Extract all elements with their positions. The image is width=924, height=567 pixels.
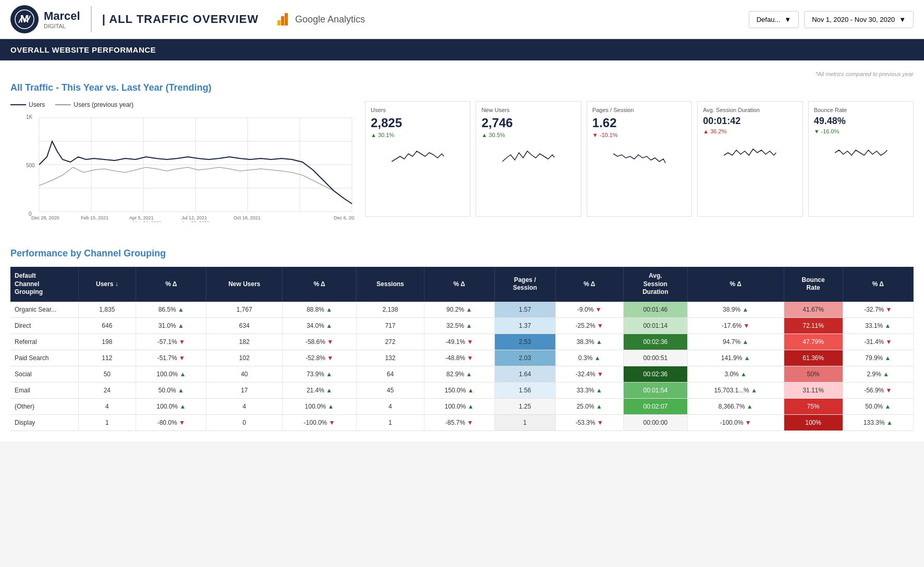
cell-bounce-rate: 50% xyxy=(784,366,843,382)
cell-sessions: 717 xyxy=(357,317,424,334)
cell-bounce-rate-delta: -31.4% ▼ xyxy=(843,334,913,350)
svg-rect-4 xyxy=(285,13,288,26)
cell-sessions-delta: 100.0% ▲ xyxy=(424,398,494,414)
cell-channel: Organic Sear... xyxy=(10,302,78,318)
cell-bounce-rate-delta: 2.9% ▲ xyxy=(843,366,913,382)
metric-new-users-change: ▲ 30.5% xyxy=(481,132,575,138)
header-controls: Defau... ▼ Nov 1, 2020 - Nov 30, 2020 ▼ xyxy=(749,11,914,28)
cell-pages-session-delta: -9.0% ▼ xyxy=(555,302,623,318)
cell-pages-session-delta: 0.3% ▲ xyxy=(555,350,623,366)
overall-section-title: OVERALL WEBSITE PERFORMANCE xyxy=(10,45,156,54)
overall-section-header: OVERALL WEBSITE PERFORMANCE xyxy=(0,39,924,60)
cell-avg-duration-delta: -100.0% ▼ xyxy=(687,414,784,430)
cell-users: 50 xyxy=(78,366,136,382)
col-pages-session-delta: % Δ xyxy=(555,267,623,302)
table-body: Organic Sear... 1,835 86.5% ▲ 1,767 88.8… xyxy=(10,302,914,431)
table-row: Organic Sear... 1,835 86.5% ▲ 1,767 88.8… xyxy=(10,302,914,318)
cell-new-users: 182 xyxy=(206,334,282,350)
chart-metrics-row: Users Users (previous year) 1K 500 0 xyxy=(10,101,914,217)
metrics-grid: Users 2,825 ▲ 30.1% New Users 2,746 ▲ 30… xyxy=(365,101,914,217)
metric-new-users-value: 2,746 xyxy=(481,116,575,130)
cell-users: 112 xyxy=(78,350,136,366)
metric-new-users-label: New Users xyxy=(481,107,575,113)
metrics-note: *All metrics compared to previous year xyxy=(10,71,914,77)
cell-new-users-delta: 73.9% ▲ xyxy=(282,366,357,382)
cell-pages-session-delta: 25.0% ▲ xyxy=(555,398,623,414)
cell-bounce-rate: 47.79% xyxy=(784,334,843,350)
cell-channel: (Other) xyxy=(10,398,78,414)
cell-users: 1,835 xyxy=(78,302,136,318)
page-title: | ALL TRAFFIC OVERVIEW xyxy=(102,13,259,26)
logo-text: Marcel xyxy=(44,9,80,23)
metric-users-sparkline xyxy=(371,143,465,169)
cell-new-users: 0 xyxy=(206,414,282,430)
ga-label: Google Analytics xyxy=(295,14,365,25)
col-pages-session: Pages /Session xyxy=(494,267,555,302)
cell-pages-session: 1.56 xyxy=(494,382,555,398)
cell-users-delta: -80.0% ▼ xyxy=(136,414,206,430)
table-row: Direct 646 31.0% ▲ 634 34.0% ▲ 717 32.5%… xyxy=(10,317,914,334)
cell-users-delta: -51.7% ▼ xyxy=(136,350,206,366)
legend-line-dark xyxy=(10,104,26,105)
svg-text:Dec 6, 2021: Dec 6, 2021 xyxy=(334,215,355,220)
cell-pages-session: 1 xyxy=(494,414,555,430)
svg-text:May 24, 2021: May 24, 2021 xyxy=(133,220,162,222)
logo-area: M Marcel DIGITAL xyxy=(10,5,80,33)
svg-text:Jul 12, 2021: Jul 12, 2021 xyxy=(181,215,207,220)
svg-text:Apr 5, 2021: Apr 5, 2021 xyxy=(129,215,154,220)
cell-channel: Email xyxy=(10,382,78,398)
cell-new-users-delta: 88.8% ▲ xyxy=(282,302,357,318)
performance-title: Performance by Channel Grouping xyxy=(10,243,914,259)
svg-rect-3 xyxy=(281,16,284,26)
metric-users: Users 2,825 ▲ 30.1% xyxy=(365,101,470,217)
cell-users: 24 xyxy=(78,382,136,398)
cell-avg-duration: 00:01:46 xyxy=(623,302,687,318)
metric-avg-duration-value: 00:01:42 xyxy=(703,116,797,127)
cell-avg-duration: 00:01:54 xyxy=(623,382,687,398)
cell-users: 646 xyxy=(78,317,136,334)
cell-new-users-delta: 100.0% ▲ xyxy=(282,398,357,414)
cell-pages-session: 1.37 xyxy=(494,317,555,334)
cell-new-users-delta: 34.0% ▲ xyxy=(282,317,357,334)
cell-new-users: 4 xyxy=(206,398,282,414)
metric-avg-duration-change: ▲ 36.2% xyxy=(703,128,797,134)
metric-users-label: Users xyxy=(371,107,465,113)
cell-bounce-rate-delta: 50.0% ▲ xyxy=(843,398,913,414)
cell-channel: Display xyxy=(10,414,78,430)
cell-bounce-rate: 75% xyxy=(784,398,843,414)
col-new-users-delta: % Δ xyxy=(282,267,357,302)
date-range-dropdown[interactable]: Nov 1, 2020 - Nov 30, 2020 ▼ xyxy=(804,11,914,28)
cell-users-delta: 100.0% ▲ xyxy=(136,366,206,382)
metric-pages-session-value: 1.62 xyxy=(592,116,686,130)
cell-avg-duration-delta: 8,366.7% ▲ xyxy=(687,398,784,414)
cell-sessions: 132 xyxy=(357,350,424,366)
cell-bounce-rate: 41.67% xyxy=(784,302,843,318)
cell-bounce-rate-delta: 79.9% ▲ xyxy=(843,350,913,366)
col-users[interactable]: Users ↓ xyxy=(78,267,136,302)
svg-text:Feb 15, 2021: Feb 15, 2021 xyxy=(81,215,108,220)
cell-users: 198 xyxy=(78,334,136,350)
metric-pages-session-change: ▼ -10.1% xyxy=(592,132,686,138)
cell-avg-duration: 00:01:14 xyxy=(623,317,687,334)
cell-sessions-delta: -85.7% ▼ xyxy=(424,414,494,430)
cell-channel: Paid Search xyxy=(10,350,78,366)
view-dropdown[interactable]: Defau... ▼ xyxy=(749,11,799,28)
cell-pages-session-delta: -25.2% ▼ xyxy=(555,317,623,334)
cell-new-users: 1,767 xyxy=(206,302,282,318)
table-row: Paid Search 112 -51.7% ▼ 102 -52.8% ▼ 13… xyxy=(10,350,914,366)
cell-users-delta: 31.0% ▲ xyxy=(136,317,206,334)
col-new-users: New Users xyxy=(206,267,282,302)
main-content: *All metrics compared to previous year A… xyxy=(0,60,924,243)
svg-text:Dec 28, 2020: Dec 28, 2020 xyxy=(31,215,59,220)
metric-bounce-rate-change: ▼ -16.0% xyxy=(814,128,908,134)
chart-section-title: All Traffic - This Year vs. Last Year (T… xyxy=(10,82,914,93)
metric-new-users: New Users 2,746 ▲ 30.5% xyxy=(476,101,581,217)
legend-users: Users xyxy=(10,101,45,108)
metric-avg-duration-sparkline xyxy=(703,140,797,166)
metric-avg-duration-label: Avg. Session Duration xyxy=(703,107,797,113)
metric-users-change: ▲ 30.1% xyxy=(371,132,465,138)
cell-pages-session: 1.57 xyxy=(494,302,555,318)
col-avg-duration: Avg.SessionDuration xyxy=(623,267,687,302)
cell-sessions-delta: 90.2% ▲ xyxy=(424,302,494,318)
cell-pages-session-delta: -53.3% ▼ xyxy=(555,414,623,430)
